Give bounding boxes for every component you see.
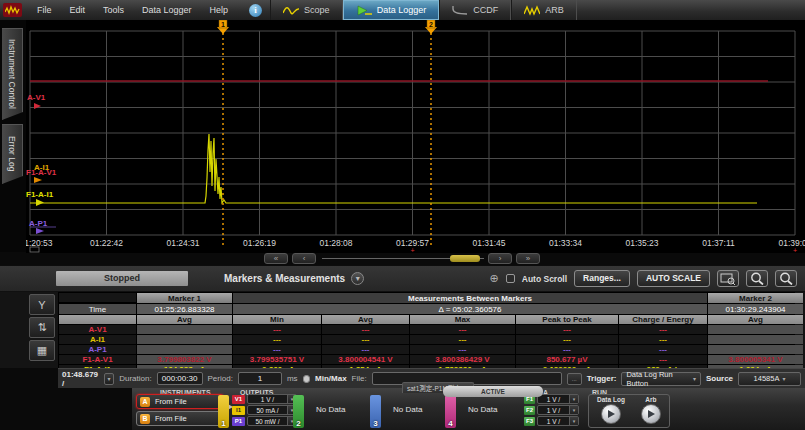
zoom-out-button[interactable] [775,270,797,287]
row-f1-a-v1-ptp: 850.677 µV [516,355,618,364]
measurements-table: Marker 1 Measurements Between Markers Ma… [58,292,795,375]
row-f1-a-v1-m1: 3.799803822 V [137,355,232,364]
left-rail: Instrument Control Error Log [0,20,26,252]
chart-scrollbar[interactable]: « ‹ › » [26,253,805,265]
svg-text:01:37:11: 01:37:11 [702,238,735,248]
auto-scroll-checkbox[interactable] [506,274,515,283]
marker-lines[interactable] [223,33,431,248]
source-value: 14585A [754,374,780,383]
row-a-v1-ptp: --- [516,325,618,334]
browse-button[interactable]: ... [567,373,582,385]
ccdf-curve-icon [452,5,468,16]
instrument-a-badge: A [140,397,150,407]
scroll-first-button[interactable]: « [264,253,288,264]
formula-f2-row: F2 1 V / ▾ [524,405,579,415]
grid-view-button[interactable]: ▦ [29,340,55,361]
menu-data-logger[interactable]: Data Logger [133,5,201,15]
panel-chevron-down-icon[interactable]: ▾ [351,272,364,285]
v1-chip: V1 [232,395,245,404]
row-a-v1-m1 [137,325,232,334]
ranges-button[interactable]: Ranges... [574,270,630,287]
crosshair-icon[interactable]: ⊕ [490,273,499,284]
trace-labels[interactable]: A-V1 A-I1 F1-A-V1 F1-A-I1 A-P1 [26,93,57,234]
scope-waveform-icon [283,5,299,16]
instrument-b-from-file-button[interactable]: B From File [136,411,224,426]
tab-ccdf[interactable]: CCDF [439,0,511,20]
v1-scale-select[interactable]: 1 V / ▾ [247,394,297,404]
channel-2-bar[interactable]: 2 [293,395,304,428]
p1-scale-select[interactable]: 50 mW / ▾ [247,416,297,426]
menu-edit[interactable]: Edit [61,5,95,15]
svg-text:01:35:23: 01:35:23 [625,238,658,248]
i1-chip: I1 [232,406,245,415]
menu-tools[interactable]: Tools [94,5,133,15]
scroll-next-button[interactable]: › [488,253,512,264]
run-box: Data Log Arb [588,394,670,428]
row-f1-a-v1-avg: 3.800004541 V [322,355,409,364]
channel-4-bar[interactable]: 4 [445,395,456,428]
stat-min: Min [233,315,321,324]
minmax-checkbox[interactable] [303,375,310,383]
arb-run-button[interactable] [641,404,661,424]
auto-scale-button[interactable]: AUTO SCALE [637,270,710,287]
tab-data-logger[interactable]: Data Logger [343,0,440,20]
tab-instrument-control[interactable]: Instrument Control [2,28,23,120]
tab-arb-label: ARB [545,5,564,15]
source-select[interactable]: 14585A ▾ [738,372,801,386]
tab-arb[interactable]: ARB [511,0,577,20]
menu-help[interactable]: Help [201,5,238,15]
active-state-pill: ACTIVE [443,386,543,397]
period-input[interactable]: 1 [238,372,282,385]
row-a-v1-min: --- [233,325,321,334]
row-a-p1-m2 [708,345,803,354]
channel-1-bar[interactable]: 1 [218,395,229,428]
panel-left-spacer [0,388,132,430]
i1-scale-value: 50 mA / [248,407,287,414]
instrument-panel: INSTRUMENTS A From File B From File ▶ OU… [0,388,805,430]
data-log-run-button[interactable] [601,404,621,424]
tab-error-log[interactable]: Error Log [2,124,23,184]
channel-3-bar[interactable]: 3 [370,395,381,428]
stat-blank [59,315,136,324]
f3-chip: F3 [524,417,535,426]
f2-caret-icon: ▾ [569,406,578,414]
elapsed-dropdown[interactable]: ▾ [104,373,114,385]
marker-tool-button[interactable]: Y [29,294,55,315]
duration-label: Duration: [119,374,151,383]
zoom-region-button[interactable] [717,270,739,287]
chart-svg: 1 2 A-V1 A-I1 F1-A-V1 F1-A-I1 A-P1 01:20… [26,20,805,253]
scroll-prev-button[interactable]: ‹ [292,253,316,264]
formula-f3-row: F3 1 V / ▾ [524,416,579,426]
delta-time: Δ = 05:02.360576 [233,304,707,314]
tab-scope[interactable]: Scope [270,0,343,20]
menu-file[interactable]: File [28,5,61,15]
row-a-i1-max: --- [410,335,515,344]
f2-scale-select[interactable]: 1 V / ▾ [537,405,579,415]
instrument-a-from-file-button[interactable]: A From File [136,394,224,409]
zoom-in-button[interactable] [746,270,768,287]
data-log-run-label: Data Log [597,396,625,403]
scroll-last-button[interactable]: » [516,253,540,264]
trace-f1-a-i1 [30,134,757,203]
channel-2-no-data: No Data [316,405,345,414]
svg-text:F1-A-I1: F1-A-I1 [26,190,54,199]
scroll-thumb[interactable] [450,255,480,262]
marker-1-handle[interactable]: 1 [217,20,229,34]
svg-text:01:39:00: 01:39:00 [778,238,805,248]
marker-pair-tool-button[interactable]: ⇅ [29,317,55,338]
chart-area[interactable]: 1 2 A-V1 A-I1 F1-A-V1 F1-A-I1 A-P1 01:20… [26,20,805,253]
info-icon[interactable]: i [249,4,262,17]
f1-scale-select[interactable]: 1 V / ▾ [537,394,579,404]
row-a-p1-min: --- [233,345,321,354]
duration-input[interactable]: 000:00:30 [157,372,203,385]
marker-2-handle[interactable]: 2 [425,20,437,34]
row-a-i1-min: --- [233,335,321,344]
row-f1-a-v1-min: 3.799535751 V [233,355,321,364]
f2-chip: F2 [524,406,535,415]
f3-scale-value: 1 V / [538,418,569,425]
i1-scale-select[interactable]: 50 mA / ▾ [247,405,297,415]
trigger-select[interactable]: Data Log Run Button ▾ [621,372,700,386]
stat-max: Max [410,315,515,324]
svg-text:01:20:53: 01:20:53 [26,238,53,248]
f3-scale-select[interactable]: 1 V / ▾ [537,416,579,426]
